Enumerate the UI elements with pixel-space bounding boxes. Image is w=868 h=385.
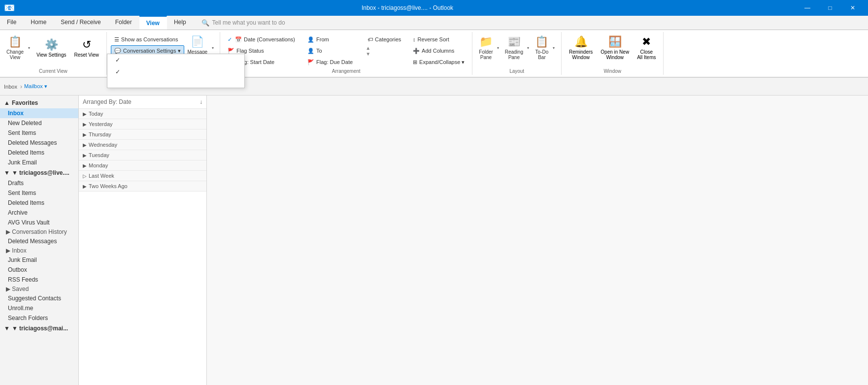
sidebar-item-deleted-items-favorites[interactable]: Deleted Items xyxy=(0,148,78,158)
sidebar-item-drafts[interactable]: Drafts xyxy=(0,178,78,188)
todo-bar-dropdown-arrow[interactable]: ▾ xyxy=(551,33,557,63)
group-current-view: 📋 ChangeView ▾ ⚙️ View Settings ↺ Reset … xyxy=(0,32,107,75)
sidebar-item-archive[interactable]: Archive xyxy=(0,208,78,218)
expand-collapse-button[interactable]: ⊞ Expand/Collapse ▾ xyxy=(409,57,468,67)
group-messages: ☰ Show as Conversations 💬 Conversation S… xyxy=(107,32,220,75)
dropdown-item-show-senders[interactable]: ✓ xyxy=(107,66,244,78)
sidebar-item-sent-account1[interactable]: Sent Items xyxy=(0,188,78,198)
tab-send-receive[interactable]: Send / Receive xyxy=(54,16,108,30)
open-new-window-button[interactable]: 🪟 Open in NewWindow xyxy=(597,33,633,63)
sidebar-item-deleted-messages-account1[interactable]: Deleted Messages xyxy=(0,236,78,246)
reminders-window-button[interactable]: 🔔 RemindersWindow xyxy=(566,33,596,63)
check-show-messages: ✓ xyxy=(115,57,123,64)
reading-pane-dropdown-arrow[interactable]: ▾ xyxy=(526,33,532,63)
reset-view-icon: ↺ xyxy=(82,38,91,51)
group-last-week[interactable]: ▷ Last Week xyxy=(79,171,206,181)
group-yesterday[interactable]: ▶ Yesterday xyxy=(79,119,206,129)
tab-home[interactable]: Home xyxy=(24,16,54,30)
sidebar: ▲ Favorites Inbox New Deleted Sent Items… xyxy=(0,96,79,385)
change-view-button[interactable]: 📋 ChangeView xyxy=(4,33,26,63)
sidebar-item-search-folders[interactable]: Search Folders xyxy=(0,313,78,323)
date-conversations-button[interactable]: 📅 Date (Conversations) xyxy=(224,34,303,45)
group-tuesday[interactable]: ▶ Tuesday xyxy=(79,150,206,160)
sidebar-item-deleted-messages-favorites[interactable]: Deleted Messages xyxy=(0,138,78,148)
folder-pane-icon: 📁 xyxy=(479,35,493,48)
to-label: To xyxy=(316,48,322,54)
categories-button[interactable]: 🏷 Categories xyxy=(364,34,408,45)
close-button[interactable]: ✕ xyxy=(841,0,864,16)
reset-view-button[interactable]: ↺ Reset View xyxy=(70,33,102,63)
group-wednesday[interactable]: ▶ Wednesday xyxy=(79,140,206,150)
show-as-conversations-button[interactable]: ☰ Show as Conversations xyxy=(111,34,184,45)
group-two-weeks-ago[interactable]: ▶ Two Weeks Ago xyxy=(79,181,206,192)
reading-pane-button[interactable]: 📰 ReadingPane xyxy=(502,33,526,63)
favorites-header[interactable]: ▲ Favorites xyxy=(0,97,78,108)
flag-due-date-button[interactable]: 🚩 Flag: Due Date xyxy=(304,57,363,67)
close-all-items-label: CloseAll Items xyxy=(637,49,656,60)
sidebar-saved[interactable]: ▶ Saved xyxy=(0,285,78,293)
change-view-split-btn: 📋 ChangeView ▾ xyxy=(4,33,32,63)
change-view-dropdown-arrow[interactable]: ▾ xyxy=(26,33,32,63)
group-arrangement: 📅 Date (Conversations) 🚩 Flag Status 🚩 F… xyxy=(220,32,472,75)
messages-small-col: ☰ Show as Conversations 💬 Conversation S… xyxy=(111,33,184,56)
sidebar-item-avg[interactable]: AVG Virus Vault xyxy=(0,218,78,227)
sidebar-item-inbox-favorites[interactable]: Inbox xyxy=(0,108,78,118)
from-button[interactable]: 👤 From xyxy=(304,34,363,45)
account2-header[interactable]: ▼ ▼ triciagoss@mai... xyxy=(0,323,78,334)
mailbox-breadcrumb[interactable]: Mailbox ▾ xyxy=(24,83,47,90)
favorites-label: Favorites xyxy=(12,99,38,106)
sidebar-item-unroll[interactable]: Unroll.me xyxy=(0,303,78,313)
categories-icon: 🏷 xyxy=(367,36,373,42)
tab-help[interactable]: Help xyxy=(167,16,194,30)
tab-file[interactable]: File xyxy=(0,16,24,30)
add-columns-button[interactable]: ➕ Add Columns xyxy=(409,45,468,56)
sidebar-inbox-account1[interactable]: ▶ Inbox xyxy=(0,246,78,255)
dropdown-item-use-classic[interactable] xyxy=(107,83,244,88)
group-monday[interactable]: ▶ Monday xyxy=(79,160,206,171)
view-settings-label: View Settings xyxy=(36,52,66,58)
todo-bar-button[interactable]: 📋 To-DoBar xyxy=(533,33,551,63)
view-settings-button[interactable]: ⚙️ View Settings xyxy=(33,33,69,63)
group-today[interactable]: ▶ Today xyxy=(79,109,206,119)
close-all-icon: ✖ xyxy=(642,35,651,48)
show-as-conversations-icon: ☰ xyxy=(114,36,119,43)
sidebar-item-junk-favorites[interactable]: Junk Email xyxy=(0,158,78,167)
arrangement-group-label: Arrangement xyxy=(224,67,468,74)
to-button[interactable]: 👤 To xyxy=(304,45,363,56)
sidebar-item-new-deleted[interactable]: New Deleted xyxy=(0,118,78,128)
minimize-button[interactable]: — xyxy=(796,0,819,16)
message-preview-icon: 📄 xyxy=(191,35,204,48)
folder-pane-button[interactable]: 📁 FolderPane xyxy=(476,33,495,63)
close-all-items-button[interactable]: ✖ CloseAll Items xyxy=(634,33,659,63)
sidebar-item-sent-favorites[interactable]: Sent Items xyxy=(0,128,78,138)
arrangement-scroll-up[interactable]: ▲ xyxy=(364,45,372,51)
tab-folder[interactable]: Folder xyxy=(108,16,139,30)
tab-view[interactable]: View xyxy=(139,16,167,30)
group-thursday[interactable]: ▶ Thursday xyxy=(79,129,206,140)
arrangement-scroll-down[interactable]: ▼ xyxy=(364,51,372,57)
sidebar-item-suggested-contacts[interactable]: Suggested Contacts xyxy=(0,293,78,303)
group-layout: 📁 FolderPane ▾ 📰 ReadingPane ▾ 📋 To-D xyxy=(472,32,562,75)
reverse-sort-button[interactable]: ↕ Reverse Sort xyxy=(409,34,468,45)
saved-arrow: ▶ xyxy=(6,286,10,292)
todo-bar-icon: 📋 xyxy=(535,35,548,48)
thursday-label: Thursday xyxy=(89,131,111,137)
folder-pane-dropdown-arrow[interactable]: ▾ xyxy=(496,33,501,63)
sidebar-item-deleted-account1[interactable]: Deleted Items xyxy=(0,198,78,208)
dropdown-item-show-messages[interactable]: ✓ xyxy=(107,54,244,66)
yesterday-chevron: ▶ xyxy=(83,122,87,127)
dropdown-item-always-expand[interactable] xyxy=(107,78,244,83)
sidebar-item-rss[interactable]: RSS Feeds xyxy=(0,275,78,285)
account1-header[interactable]: ▼ ▼ triciagoss@live.... xyxy=(0,167,78,178)
arrangement-col2: 👤 From 👤 To 🚩 Flag: Due Date xyxy=(304,33,363,67)
window-group-label: Window xyxy=(566,67,660,74)
sidebar-conversation-history[interactable]: ▶ Conversation History xyxy=(0,227,78,236)
arrangement-actions: ↕ Reverse Sort ➕ Add Columns ⊞ Expand/Co… xyxy=(409,33,468,67)
sidebar-item-outbox[interactable]: Outbox xyxy=(0,265,78,275)
reading-pane-split-btn: 📰 ReadingPane ▾ xyxy=(502,33,532,63)
reminders-window-label: RemindersWindow xyxy=(569,49,593,60)
maximize-button[interactable]: □ xyxy=(819,0,841,16)
flag-due-date-label: Flag: Due Date xyxy=(316,59,353,65)
sidebar-item-junk-account1[interactable]: Junk Email xyxy=(0,255,78,265)
sort-direction-icon[interactable]: ↓ xyxy=(200,98,202,105)
